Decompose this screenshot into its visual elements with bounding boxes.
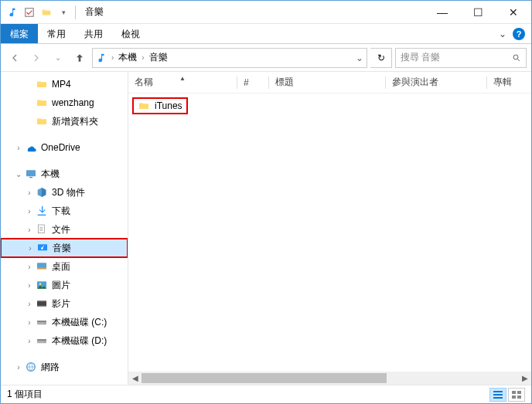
- list-item[interactable]: iTunes: [133, 98, 187, 114]
- twisty-icon[interactable]: ›: [24, 300, 35, 308]
- documents-icon: [35, 222, 49, 236]
- sidebar-item-本機[interactable]: ⌄本機: [1, 165, 128, 183]
- col-number[interactable]: #: [237, 77, 268, 88]
- sidebar-item-label: wenzhang: [52, 97, 94, 108]
- chevron-right-icon[interactable]: ›: [111, 53, 114, 62]
- sidebar-item-圖片[interactable]: ›圖片: [1, 276, 128, 294]
- svg-rect-27: [517, 396, 521, 399]
- chevron-right-icon[interactable]: ›: [142, 53, 144, 62]
- twisty-icon[interactable]: ›: [25, 244, 36, 253]
- twisty-icon[interactable]: ›: [24, 207, 35, 216]
- tab-file[interactable]: 檔案: [1, 24, 38, 43]
- sidebar-item-MP4[interactable]: MP4: [1, 75, 128, 93]
- tab-view[interactable]: 檢視: [112, 24, 149, 43]
- pictures-icon: [35, 278, 49, 292]
- horizontal-scrollbar[interactable]: ◀ ▶: [128, 372, 531, 385]
- navigation-pane[interactable]: MP4wenzhang新增資料夾›OneDrive⌄本機›3D 物件›下載›文件…: [1, 72, 128, 385]
- breadcrumb[interactable]: › 本機 › 音樂 ⌄: [92, 48, 367, 68]
- folder-icon: [35, 96, 49, 110]
- sidebar-item-本機磁碟 (C:)[interactable]: ›本機磁碟 (C:): [1, 313, 128, 331]
- twisty-icon[interactable]: ›: [13, 144, 24, 152]
- qat-dropdown-icon[interactable]: ▾: [56, 5, 70, 19]
- pc-icon: [24, 167, 38, 181]
- sidebar-item-音樂[interactable]: ›音樂: [1, 239, 128, 257]
- twisty-icon[interactable]: ›: [24, 188, 35, 197]
- scroll-thumb[interactable]: [142, 373, 387, 383]
- refresh-button[interactable]: ↻: [370, 48, 392, 68]
- drive-icon: [35, 334, 49, 348]
- svg-rect-25: [517, 391, 521, 394]
- scroll-right-button[interactable]: ▶: [518, 372, 531, 385]
- search-icon[interactable]: [512, 53, 521, 63]
- svg-point-16: [44, 323, 45, 324]
- svg-rect-21: [493, 391, 503, 392]
- sidebar-item-3D 物件[interactable]: ›3D 物件: [1, 183, 128, 202]
- ribbon-expand-icon[interactable]: ⌄: [499, 29, 506, 39]
- svg-rect-12: [37, 300, 46, 301]
- music-icon: [36, 241, 49, 255]
- separator: [75, 5, 76, 19]
- titlebar: ▾ 音樂 — ☐ ✕: [1, 1, 531, 24]
- recent-dropdown[interactable]: ⌄: [49, 49, 67, 67]
- sidebar-item-影片[interactable]: ›影片: [1, 294, 128, 313]
- tab-home[interactable]: 常用: [38, 24, 75, 43]
- checkbox-icon[interactable]: [22, 5, 36, 19]
- sidebar-item-文件[interactable]: ›文件: [1, 220, 128, 239]
- up-button[interactable]: [70, 49, 89, 67]
- minimize-button[interactable]: —: [425, 1, 460, 24]
- forward-button[interactable]: [27, 49, 46, 67]
- sidebar-item-wenzhang[interactable]: wenzhang: [1, 93, 128, 112]
- sidebar-item-OneDrive[interactable]: ›OneDrive: [1, 138, 128, 157]
- twisty-icon[interactable]: ›: [13, 363, 24, 372]
- twisty-icon[interactable]: ›: [24, 337, 35, 345]
- sidebar-item-label: 桌面: [52, 260, 70, 273]
- sidebar-item-label: 音樂: [53, 242, 71, 255]
- scroll-left-button[interactable]: ◀: [128, 372, 142, 385]
- downloads-icon: [35, 204, 49, 218]
- quick-access-toolbar: ▾ 音樂: [1, 5, 104, 19]
- file-list[interactable]: iTunes: [128, 93, 531, 372]
- twisty-icon[interactable]: ⌄: [13, 170, 24, 178]
- col-name-label: 名稱: [135, 76, 153, 89]
- sidebar-item-label: 網路: [41, 361, 60, 374]
- col-album[interactable]: 專輯: [487, 76, 531, 89]
- sidebar-item-label: 本機: [41, 168, 60, 181]
- scroll-track[interactable]: [142, 372, 518, 385]
- sidebar-item-label: 圖片: [52, 279, 70, 292]
- twisty-icon[interactable]: ›: [24, 281, 35, 290]
- view-details-button[interactable]: [489, 388, 506, 402]
- search-input[interactable]: 搜尋 音樂: [395, 48, 527, 68]
- address-bar: ⌄ › 本機 › 音樂 ⌄ ↻ 搜尋 音樂: [1, 44, 531, 72]
- sidebar-item-label: 本機磁碟 (C:): [52, 316, 107, 329]
- twisty-icon[interactable]: ›: [24, 263, 35, 271]
- sidebar-item-桌面[interactable]: ›桌面: [1, 257, 128, 276]
- sidebar-item-網路[interactable]: ›網路: [1, 358, 128, 376]
- sidebar-item-新增資料夾[interactable]: 新增資料夾: [1, 112, 128, 131]
- twisty-icon[interactable]: ›: [24, 318, 35, 327]
- close-button[interactable]: ✕: [496, 1, 531, 24]
- column-headers: ▲ 名稱 # 標題 參與演出者 專輯: [128, 72, 531, 93]
- address-dropdown-icon[interactable]: ⌄: [356, 53, 363, 63]
- file-name: iTunes: [155, 100, 182, 111]
- col-name[interactable]: ▲ 名稱: [128, 76, 237, 89]
- sidebar-item-label: OneDrive: [41, 142, 80, 153]
- help-icon[interactable]: ?: [513, 28, 525, 40]
- col-title[interactable]: 標題: [269, 76, 385, 89]
- svg-point-19: [44, 341, 45, 342]
- col-artist[interactable]: 參與演出者: [386, 76, 486, 89]
- sidebar-item-label: 3D 物件: [52, 186, 85, 199]
- folder-icon[interactable]: [39, 5, 53, 19]
- view-large-button[interactable]: [508, 388, 525, 402]
- crumb-pc[interactable]: 本機: [118, 51, 137, 64]
- twisty-icon[interactable]: ›: [24, 226, 35, 234]
- sidebar-item-下載[interactable]: ›下載: [1, 202, 128, 220]
- sidebar-item-label: 文件: [52, 223, 70, 236]
- svg-rect-18: [37, 339, 46, 341]
- tab-share[interactable]: 共用: [75, 24, 112, 43]
- drive-icon: [35, 315, 49, 329]
- sidebar-item-本機磁碟 (D:)[interactable]: ›本機磁碟 (D:): [1, 331, 128, 350]
- back-button[interactable]: [5, 49, 24, 67]
- svg-rect-24: [512, 391, 516, 394]
- maximize-button[interactable]: ☐: [460, 1, 496, 24]
- crumb-music[interactable]: 音樂: [149, 51, 168, 64]
